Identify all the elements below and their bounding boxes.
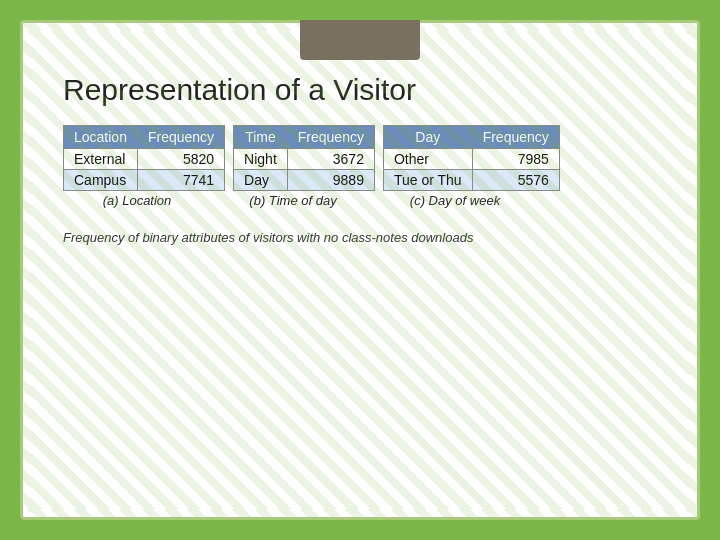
table-row: Day 9889 (234, 170, 375, 191)
table-time: Time Frequency Night 3672 Day 9889 (233, 125, 375, 191)
table-c-section: Day Frequency Other 7985 Tue or Thu 5576 (383, 125, 560, 191)
table-b-row2-col1: Day (234, 170, 288, 191)
table-day: Day Frequency Other 7985 Tue or Thu 5576 (383, 125, 560, 191)
table-c-row2-col1: Tue or Thu (383, 170, 472, 191)
table-b-row2-col2: 9889 (287, 170, 374, 191)
table-location: Location Frequency External 5820 Campus … (63, 125, 225, 191)
table-c-row2-col2: 5576 (472, 170, 559, 191)
table-a-row1-col1: External (64, 149, 138, 170)
table-row: Tue or Thu 5576 (383, 170, 559, 191)
caption-a: (a) Location (63, 193, 211, 208)
table-c-header-col2: Frequency (472, 126, 559, 149)
table-a-row1-col2: 5820 (137, 149, 224, 170)
table-a-row2-col2: 7741 (137, 170, 224, 191)
table-a-row2-col1: Campus (64, 170, 138, 191)
table-c-row1-col2: 7985 (472, 149, 559, 170)
table-row: Other 7985 (383, 149, 559, 170)
table-row: Campus 7741 (64, 170, 225, 191)
caption-b: (b) Time of day (219, 193, 367, 208)
table-b-header-col1: Time (234, 126, 288, 149)
table-row: External 5820 (64, 149, 225, 170)
table-b-header-col2: Frequency (287, 126, 374, 149)
table-b-section: Time Frequency Night 3672 Day 9889 (233, 125, 375, 191)
page-title: Representation of a Visitor (53, 73, 667, 107)
table-b-row1-col1: Night (234, 149, 288, 170)
top-bar-decoration (300, 20, 420, 60)
table-a-header-col1: Location (64, 126, 138, 149)
tables-wrapper: Location Frequency External 5820 Campus … (53, 125, 667, 191)
caption-c: (c) Day of week (375, 193, 535, 208)
table-a-section: Location Frequency External 5820 Campus … (63, 125, 225, 191)
slide-container: Representation of a Visitor Location Fre… (20, 20, 700, 520)
table-c-row1-col1: Other (383, 149, 472, 170)
table-c-header-col1: Day (383, 126, 472, 149)
table-row: Night 3672 (234, 149, 375, 170)
footnote: Frequency of binary attributes of visito… (53, 230, 667, 245)
table-b-row1-col2: 3672 (287, 149, 374, 170)
captions-row: (a) Location (b) Time of day (c) Day of … (53, 193, 667, 208)
table-a-header-col2: Frequency (137, 126, 224, 149)
